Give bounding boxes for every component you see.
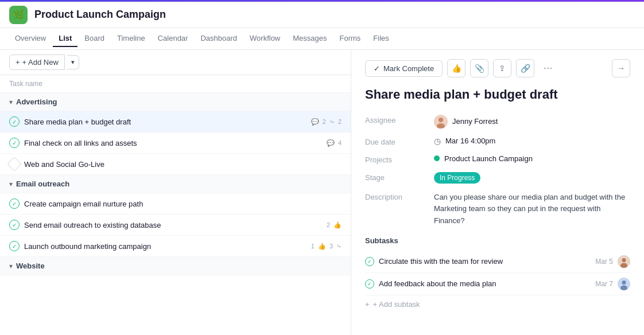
tab-board[interactable]: Board xyxy=(79,30,110,47)
task-row[interactable]: ✓ Send email outreach to existing databa… xyxy=(0,215,351,236)
subtask-avatar-svg xyxy=(618,278,630,290)
subtask-count: 3 xyxy=(329,243,333,250)
attachment-button[interactable]: 📎 xyxy=(470,59,488,77)
tab-overview[interactable]: Overview xyxy=(9,30,52,47)
subtask-avatar-svg xyxy=(618,255,630,268)
projects-label: Projects xyxy=(365,154,434,164)
task-meta: 💬 4 xyxy=(327,139,342,147)
section-chevron-email-outreach: ▾ xyxy=(9,180,13,188)
subtask-icon: ⤷ xyxy=(329,118,335,126)
panel-toolbar: ✓ Mark Complete 👍 📎 ⇪ 🔗 ··· → xyxy=(365,59,630,77)
project-dot xyxy=(434,155,440,161)
main-layout: + + Add New ▾ Task name ▾ Advertising ✓ … xyxy=(0,50,644,335)
close-panel-button[interactable]: → xyxy=(612,59,630,77)
tab-list[interactable]: List xyxy=(53,30,77,47)
stage-value[interactable]: In Progress xyxy=(434,172,630,184)
project-title: Product Launch Campaign xyxy=(34,9,166,21)
check-icon: ✓ xyxy=(374,64,380,73)
task-check-diamond xyxy=(7,157,21,171)
thumbs-up-button[interactable]: 👍 xyxy=(447,59,465,77)
section-name-website: Website xyxy=(16,262,45,270)
section-chevron-advertising: ▾ xyxy=(9,98,13,106)
task-row[interactable]: ✓ Create campaign email nurture path xyxy=(0,193,351,215)
stage-label: Stage xyxy=(365,172,434,182)
close-icon: → xyxy=(617,64,625,73)
tab-dashboard[interactable]: Dashboard xyxy=(195,30,243,47)
add-subtask-button[interactable]: + + Add subtask xyxy=(365,295,630,313)
description-value: Can you please share our media plan and … xyxy=(434,192,630,227)
more-icon: ··· xyxy=(544,63,553,73)
detail-stage-row: Stage In Progress xyxy=(365,172,630,184)
subtask-check: ✓ xyxy=(365,257,374,266)
add-new-dropdown-button[interactable]: ▾ xyxy=(67,55,79,69)
comment-icon: 💬 xyxy=(327,139,335,147)
app-icon: 🌿 xyxy=(9,6,28,24)
comment-count: 2 xyxy=(323,118,326,125)
task-check: ✓ xyxy=(9,116,20,127)
due-date-value[interactable]: ◷ Mar 16 4:00pm xyxy=(434,137,630,146)
mark-complete-label: Mark Complete xyxy=(383,64,434,73)
subtask-avatar xyxy=(618,255,630,268)
task-row[interactable]: ✓ Final check on all links and assets 💬 … xyxy=(0,133,351,154)
task-row[interactable]: ✓ Share media plan + budget draft 💬 2 ⤷ … xyxy=(0,111,351,133)
tab-workflow[interactable]: Workflow xyxy=(244,30,286,47)
left-panel: + + Add New ▾ Task name ▾ Advertising ✓ … xyxy=(0,50,351,335)
subtask-date: Mar 7 xyxy=(595,280,613,288)
section-header-email-outreach[interactable]: ▾ Email outreach xyxy=(0,175,351,193)
subtask-row[interactable]: ✓ Add feedback about the media plan Mar … xyxy=(365,273,630,295)
section-name-email-outreach: Email outreach xyxy=(16,180,69,188)
svg-point-7 xyxy=(622,281,626,285)
detail-due-date-row: Due date ◷ Mar 16 4:00pm xyxy=(365,137,630,146)
assignee-label: Assignee xyxy=(365,115,434,124)
section-chevron-website: ▾ xyxy=(9,262,13,270)
section-header-website[interactable]: ▾ Website xyxy=(0,257,351,275)
like-count: 2 xyxy=(327,221,330,228)
comment-count: 4 xyxy=(338,139,342,146)
add-new-button[interactable]: + + Add New xyxy=(9,54,65,70)
subtask-row[interactable]: ✓ Circulate this with the team for revie… xyxy=(365,251,630,273)
right-panel: ✓ Mark Complete 👍 📎 ⇪ 🔗 ··· → Share xyxy=(351,50,644,335)
copy-link-button[interactable]: 🔗 xyxy=(516,59,534,77)
tab-calendar[interactable]: Calendar xyxy=(152,30,194,47)
tab-files[interactable]: Files xyxy=(367,30,394,47)
thumb-up-icon: 👍 xyxy=(452,64,461,73)
subtask-avatar xyxy=(618,278,630,290)
task-check: ✓ xyxy=(9,198,20,209)
avatar xyxy=(434,115,448,128)
tab-forms[interactable]: Forms xyxy=(334,30,367,47)
mark-complete-button[interactable]: ✓ Mark Complete xyxy=(365,60,443,77)
thumb-up-icon: 👍 xyxy=(318,243,326,250)
subtasks-section: Subtasks ✓ Circulate this with the team … xyxy=(365,236,630,313)
detail-task-title: Share media plan + budget draft xyxy=(365,87,630,103)
description-label: Description xyxy=(365,192,434,201)
task-row[interactable]: Web and Social Go-Live xyxy=(0,154,351,175)
assignee-name: Jenny Forrest xyxy=(452,117,498,126)
tab-messages[interactable]: Messages xyxy=(287,30,332,47)
projects-value[interactable]: Product Launch Campaign xyxy=(434,154,630,163)
subtask-icon: ⤷ xyxy=(336,243,342,250)
task-meta: 2 👍 xyxy=(327,221,342,229)
due-date: Mar 16 4:00pm xyxy=(445,137,495,145)
task-name: Share media plan + budget draft xyxy=(24,118,307,126)
assignee-value[interactable]: Jenny Forrest xyxy=(434,115,630,128)
calendar-icon: ◷ xyxy=(434,137,441,146)
task-meta: 💬 2 ⤷ 2 xyxy=(311,118,342,126)
add-icon: + xyxy=(15,58,20,67)
avatar-svg xyxy=(434,115,448,128)
section-header-advertising[interactable]: ▾ Advertising xyxy=(0,93,351,111)
comment-icon: 💬 xyxy=(311,118,319,126)
task-check: ✓ xyxy=(9,220,20,230)
share-button[interactable]: ⇪ xyxy=(493,59,511,77)
task-name: Final check on all links and assets xyxy=(24,139,322,147)
task-meta: 1 👍 3 ⤷ xyxy=(311,243,342,250)
thumb-up-icon: 👍 xyxy=(333,221,342,229)
task-name: Web and Social Go-Live xyxy=(24,160,342,169)
detail-description-row: Description Can you please share our med… xyxy=(365,192,630,227)
detail-assignee-row: Assignee Jenny Forrest xyxy=(365,115,630,128)
attachment-icon: 📎 xyxy=(475,64,484,73)
tab-timeline[interactable]: Timeline xyxy=(111,30,151,47)
section-name-advertising: Advertising xyxy=(16,98,57,106)
app-icon-glyph: 🌿 xyxy=(13,9,24,20)
more-options-button[interactable]: ··· xyxy=(539,59,557,77)
task-row[interactable]: ✓ Launch outbound marketing campaign 1 👍… xyxy=(0,236,351,257)
